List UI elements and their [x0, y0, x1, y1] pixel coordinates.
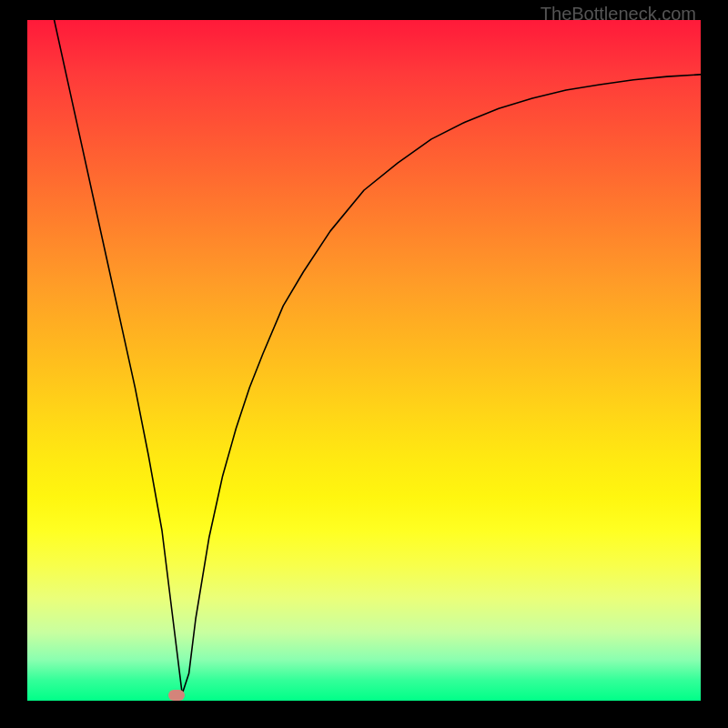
chart-curve-layer [27, 20, 701, 701]
chart-plot-area [27, 20, 701, 701]
chart-curve [55, 20, 701, 694]
chart-marker [168, 690, 185, 701]
watermark-text: TheBottleneck.com [541, 4, 696, 25]
